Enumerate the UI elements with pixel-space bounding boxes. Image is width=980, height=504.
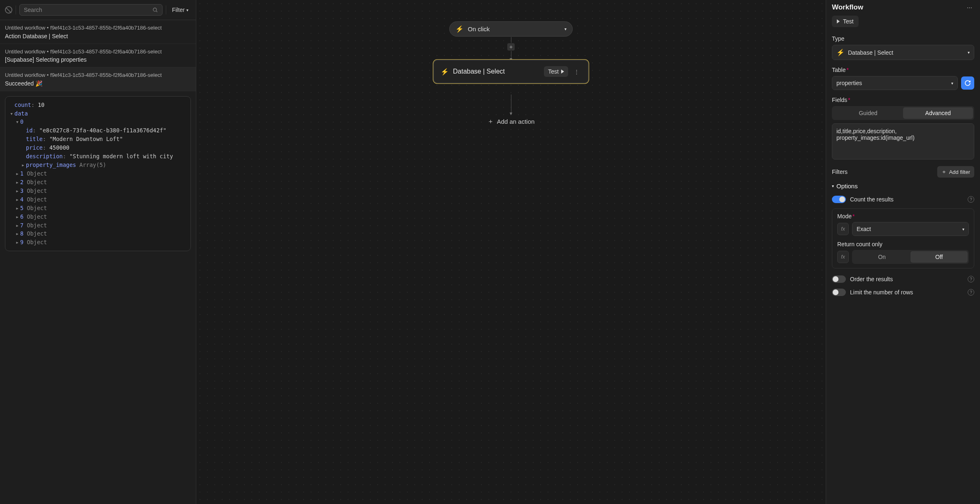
mode-label: Mode — [837, 213, 852, 220]
json-type: Object — [27, 213, 47, 220]
json-type: Object — [27, 239, 47, 245]
lightning-icon: ⚡ — [836, 49, 845, 56]
json-value: "e8c027c8-73fa-40ac-b380-f11a3676d42f" — [39, 127, 167, 134]
action-node[interactable]: ⚡ Database | Select Test ⋮ — [433, 60, 589, 83]
filter-button[interactable]: Filter ▾ — [170, 5, 191, 15]
add-action-button[interactable]: ＋ Add an action — [488, 118, 535, 125]
tree-toggle[interactable]: ▸ — [14, 221, 20, 230]
json-key: 4 — [20, 196, 23, 203]
type-select[interactable]: ⚡ Database | Select ▾ — [832, 45, 974, 60]
table-select[interactable]: properties ▾ — [832, 76, 958, 90]
required-mark: * — [852, 213, 855, 220]
fx-button[interactable]: fx — [837, 223, 849, 235]
search-input[interactable] — [24, 7, 152, 13]
json-key: 5 — [20, 205, 23, 211]
chevron-down-icon[interactable]: ▾ — [564, 27, 567, 31]
json-key: data — [14, 110, 28, 117]
json-key: 2 — [20, 179, 23, 185]
trigger-node[interactable]: ⚡ On click ▾ — [449, 21, 573, 37]
json-key: property_images — [26, 162, 76, 168]
test-action-button[interactable]: Test — [544, 66, 568, 77]
run-item[interactable]: Untitled workflow • f9ef41c3-1c53-4857-8… — [0, 67, 196, 91]
connector-line — [511, 37, 511, 43]
add-node-button[interactable]: + — [507, 43, 515, 51]
run-item[interactable]: Untitled workflow • f9ef41c3-1c53-4857-8… — [0, 44, 196, 68]
test-label: Test — [548, 68, 559, 75]
off-option[interactable]: Off — [910, 251, 968, 263]
json-type: Object — [27, 196, 47, 203]
tree-toggle[interactable]: ▸ — [14, 204, 20, 213]
order-results-toggle[interactable] — [832, 275, 846, 283]
run-item-title: Untitled workflow • f9ef41c3-1c53-4857-8… — [5, 24, 191, 32]
json-result-panel: count: 10 ▾data ▾0 id: "e8c027c8-73fa-40… — [5, 96, 191, 252]
run-item-subtitle: Succeeded 🎉 — [5, 80, 191, 87]
table-value: properties — [836, 80, 948, 86]
advanced-tab[interactable]: Advanced — [903, 107, 973, 119]
json-key: 6 — [20, 213, 23, 220]
help-icon[interactable]: ? — [968, 196, 974, 203]
tree-toggle[interactable]: ▸ — [20, 161, 26, 169]
more-menu-icon[interactable]: ⋮ — [572, 68, 581, 76]
add-filter-button[interactable]: ＋ Add filter — [937, 166, 974, 178]
json-type: Object — [27, 170, 47, 177]
on-option[interactable]: On — [853, 251, 910, 263]
trigger-label: On click — [468, 25, 560, 32]
json-key: 1 — [20, 170, 23, 177]
limit-rows-toggle[interactable] — [832, 289, 846, 296]
fx-button[interactable]: fx — [837, 251, 849, 263]
mode-select[interactable]: Exact ▾ — [852, 222, 969, 236]
chevron-down-icon: ▾ — [962, 227, 964, 231]
fields-mode-toggle: Guided Advanced — [832, 106, 974, 120]
json-value: 450000 — [49, 144, 70, 151]
separator — [166, 5, 166, 14]
help-icon[interactable]: ? — [968, 289, 974, 296]
tree-toggle[interactable]: ▸ — [14, 187, 20, 195]
fields-textarea[interactable]: id,title,price,description, property_ima… — [832, 123, 974, 160]
refresh-button[interactable] — [961, 76, 974, 90]
json-key: 0 — [20, 118, 23, 125]
json-key: count — [14, 102, 31, 108]
search-icon — [152, 7, 158, 13]
tree-toggle[interactable]: ▸ — [14, 213, 20, 221]
json-key: title — [26, 136, 43, 142]
tree-toggle[interactable]: ▾ — [9, 109, 14, 118]
tree-toggle[interactable]: ▸ — [14, 178, 20, 187]
workflow-canvas[interactable]: ⚡ On click ▾ + ▼ ⚡ Database | Select Tes… — [196, 0, 826, 504]
refresh-icon — [964, 80, 971, 86]
tree-toggle[interactable]: ▸ — [14, 229, 20, 238]
lightning-icon: ⚡ — [441, 68, 449, 76]
return-count-label: Return count only — [837, 241, 969, 247]
tree-toggle[interactable]: ▸ — [14, 195, 20, 204]
chevron-down-icon: ▾ — [832, 184, 834, 188]
plus-icon: ＋ — [941, 168, 947, 176]
add-filter-label: Add filter — [949, 169, 970, 175]
run-item-title: Untitled workflow • f9ef41c3-1c53-4857-8… — [5, 72, 191, 79]
tree-toggle[interactable]: ▸ — [14, 238, 20, 247]
json-type: Object — [27, 222, 47, 229]
tree-toggle[interactable]: ▾ — [14, 118, 20, 126]
fields-label: Fields — [832, 97, 847, 103]
help-icon[interactable]: ? — [968, 276, 974, 282]
json-key: description — [26, 153, 63, 160]
options-label: Options — [836, 183, 858, 190]
plus-icon: ＋ — [488, 118, 494, 125]
required-mark: * — [848, 97, 850, 103]
guided-tab[interactable]: Guided — [833, 107, 903, 119]
type-value: Database | Select — [848, 49, 964, 56]
options-collapse[interactable]: ▾ Options — [826, 179, 980, 193]
run-item[interactable]: Untitled workflow • f9ef41c3-1c53-4857-8… — [0, 20, 196, 44]
test-workflow-button[interactable]: Test — [832, 16, 859, 27]
more-menu-icon[interactable]: ⋯ — [965, 4, 974, 12]
json-key: 3 — [20, 187, 23, 194]
tree-toggle[interactable]: ▸ — [14, 169, 20, 178]
panel-heading: Workflow — [832, 3, 863, 12]
count-results-toggle[interactable] — [832, 196, 846, 203]
play-icon — [561, 69, 564, 74]
json-key: price — [26, 144, 43, 151]
mode-value: Exact — [857, 226, 959, 232]
run-list: Untitled workflow • f9ef41c3-1c53-4857-8… — [0, 20, 196, 91]
table-label: Table — [832, 67, 845, 73]
disable-icon[interactable] — [5, 6, 12, 14]
play-icon — [837, 19, 840, 23]
search-input-wrapper[interactable] — [19, 4, 163, 16]
